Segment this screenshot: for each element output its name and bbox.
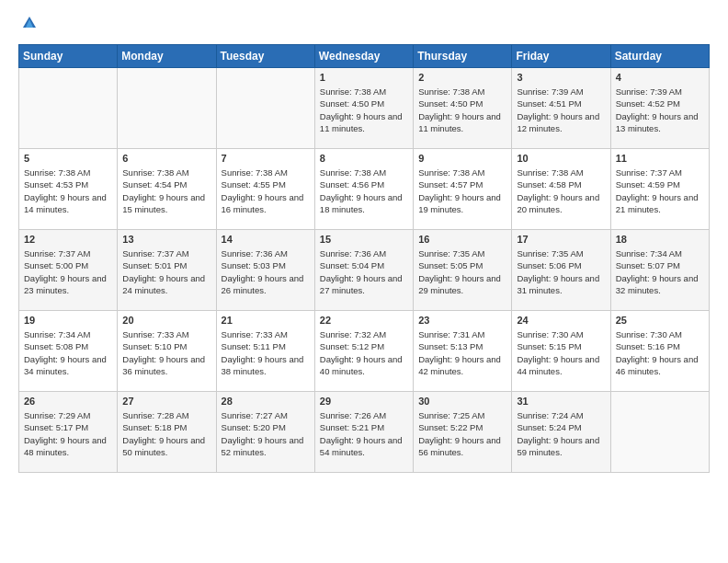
day-info: Sunrise: 7:26 AMSunset: 5:21 PMDaylight:…	[320, 409, 408, 458]
day-info: Sunrise: 7:25 AMSunset: 5:22 PMDaylight:…	[418, 409, 506, 458]
day-cell	[19, 68, 118, 149]
day-number: 26	[24, 396, 112, 407]
day-info: Sunrise: 7:37 AMSunset: 5:00 PMDaylight:…	[24, 247, 112, 296]
day-number: 3	[517, 72, 605, 83]
week-row-1: 1Sunrise: 7:38 AMSunset: 4:50 PMDaylight…	[19, 68, 710, 149]
day-number: 30	[418, 396, 506, 407]
day-info: Sunrise: 7:38 AMSunset: 4:50 PMDaylight:…	[320, 86, 408, 134]
day-number: 4	[616, 72, 704, 83]
day-cell: 6Sunrise: 7:38 AMSunset: 4:54 PMDaylight…	[118, 149, 216, 230]
day-cell: 24Sunrise: 7:30 AMSunset: 5:15 PMDayligh…	[512, 311, 610, 392]
day-info: Sunrise: 7:38 AMSunset: 4:55 PMDaylight:…	[222, 167, 310, 215]
day-info: Sunrise: 7:27 AMSunset: 5:20 PMDaylight:…	[222, 409, 310, 458]
day-info: Sunrise: 7:34 AMSunset: 5:07 PMDaylight:…	[616, 247, 704, 296]
day-number: 19	[24, 315, 112, 326]
day-info: Sunrise: 7:38 AMSunset: 4:50 PMDaylight:…	[418, 86, 506, 134]
day-cell: 21Sunrise: 7:33 AMSunset: 5:11 PMDayligh…	[216, 311, 314, 392]
day-info: Sunrise: 7:38 AMSunset: 4:53 PMDaylight:…	[24, 167, 112, 215]
day-number: 21	[222, 315, 310, 326]
week-row-2: 5Sunrise: 7:38 AMSunset: 4:53 PMDaylight…	[19, 149, 710, 230]
day-number: 6	[122, 153, 210, 164]
logo-flag-icon	[21, 15, 38, 33]
day-info: Sunrise: 7:33 AMSunset: 5:10 PMDaylight:…	[122, 328, 210, 377]
day-number: 23	[418, 315, 506, 326]
day-info: Sunrise: 7:36 AMSunset: 5:04 PMDaylight:…	[320, 247, 408, 296]
weekday-header-sunday: Sunday	[19, 45, 118, 68]
day-cell: 8Sunrise: 7:38 AMSunset: 4:56 PMDaylight…	[314, 149, 413, 230]
day-number: 16	[418, 234, 506, 245]
day-info: Sunrise: 7:38 AMSunset: 4:56 PMDaylight:…	[320, 167, 408, 215]
day-number: 28	[222, 396, 310, 407]
day-cell: 18Sunrise: 7:34 AMSunset: 5:07 PMDayligh…	[610, 230, 709, 311]
day-info: Sunrise: 7:29 AMSunset: 5:17 PMDaylight:…	[24, 409, 112, 458]
day-info: Sunrise: 7:39 AMSunset: 4:51 PMDaylight:…	[517, 86, 605, 134]
day-number: 31	[517, 396, 605, 407]
day-cell: 25Sunrise: 7:30 AMSunset: 5:16 PMDayligh…	[610, 311, 709, 392]
day-info: Sunrise: 7:37 AMSunset: 5:01 PMDaylight:…	[122, 247, 210, 296]
day-cell	[118, 68, 216, 149]
day-cell: 20Sunrise: 7:33 AMSunset: 5:10 PMDayligh…	[118, 311, 216, 392]
day-cell: 13Sunrise: 7:37 AMSunset: 5:01 PMDayligh…	[118, 230, 216, 311]
day-info: Sunrise: 7:30 AMSunset: 5:15 PMDaylight:…	[517, 328, 605, 377]
day-cell: 17Sunrise: 7:35 AMSunset: 5:06 PMDayligh…	[512, 230, 610, 311]
day-number: 8	[320, 153, 408, 164]
day-cell: 30Sunrise: 7:25 AMSunset: 5:22 PMDayligh…	[414, 392, 512, 473]
day-cell: 12Sunrise: 7:37 AMSunset: 5:00 PMDayligh…	[19, 230, 118, 311]
day-cell: 2Sunrise: 7:38 AMSunset: 4:50 PMDaylight…	[414, 68, 512, 149]
logo	[18, 15, 38, 35]
weekday-header-friday: Friday	[512, 45, 610, 68]
day-number: 17	[517, 234, 605, 245]
day-number: 13	[122, 234, 210, 245]
day-info: Sunrise: 7:37 AMSunset: 4:59 PMDaylight:…	[616, 167, 704, 215]
weekday-header-wednesday: Wednesday	[314, 45, 413, 68]
day-cell: 23Sunrise: 7:31 AMSunset: 5:13 PMDayligh…	[414, 311, 512, 392]
day-info: Sunrise: 7:38 AMSunset: 4:57 PMDaylight:…	[418, 167, 506, 215]
day-number: 12	[24, 234, 112, 245]
weekday-header-row: SundayMondayTuesdayWednesdayThursdayFrid…	[19, 45, 710, 68]
weekday-header-tuesday: Tuesday	[216, 45, 314, 68]
weekday-header-thursday: Thursday	[414, 45, 512, 68]
calendar-table: SundayMondayTuesdayWednesdayThursdayFrid…	[18, 44, 710, 473]
day-info: Sunrise: 7:35 AMSunset: 5:06 PMDaylight:…	[517, 247, 605, 296]
day-cell: 1Sunrise: 7:38 AMSunset: 4:50 PMDaylight…	[314, 68, 413, 149]
day-cell: 22Sunrise: 7:32 AMSunset: 5:12 PMDayligh…	[314, 311, 413, 392]
day-info: Sunrise: 7:30 AMSunset: 5:16 PMDaylight:…	[616, 328, 704, 377]
day-number: 5	[24, 153, 112, 164]
day-cell: 10Sunrise: 7:38 AMSunset: 4:58 PMDayligh…	[512, 149, 610, 230]
day-cell: 15Sunrise: 7:36 AMSunset: 5:04 PMDayligh…	[314, 230, 413, 311]
day-number: 24	[517, 315, 605, 326]
day-cell: 7Sunrise: 7:38 AMSunset: 4:55 PMDaylight…	[216, 149, 314, 230]
day-number: 15	[320, 234, 408, 245]
day-cell: 28Sunrise: 7:27 AMSunset: 5:20 PMDayligh…	[216, 392, 314, 473]
weekday-header-saturday: Saturday	[610, 45, 709, 68]
day-info: Sunrise: 7:28 AMSunset: 5:18 PMDaylight:…	[122, 409, 210, 458]
day-cell	[610, 392, 709, 473]
day-cell: 3Sunrise: 7:39 AMSunset: 4:51 PMDaylight…	[512, 68, 610, 149]
weekday-header-monday: Monday	[118, 45, 216, 68]
day-number: 27	[122, 396, 210, 407]
day-info: Sunrise: 7:24 AMSunset: 5:24 PMDaylight:…	[517, 409, 605, 458]
day-cell: 14Sunrise: 7:36 AMSunset: 5:03 PMDayligh…	[216, 230, 314, 311]
day-info: Sunrise: 7:38 AMSunset: 4:54 PMDaylight:…	[122, 167, 210, 215]
day-number: 7	[222, 153, 310, 164]
day-info: Sunrise: 7:35 AMSunset: 5:05 PMDaylight:…	[418, 247, 506, 296]
day-number: 29	[320, 396, 408, 407]
day-cell: 5Sunrise: 7:38 AMSunset: 4:53 PMDaylight…	[19, 149, 118, 230]
day-number: 10	[517, 153, 605, 164]
day-info: Sunrise: 7:33 AMSunset: 5:11 PMDaylight:…	[222, 328, 310, 377]
day-number: 9	[418, 153, 506, 164]
day-cell: 26Sunrise: 7:29 AMSunset: 5:17 PMDayligh…	[19, 392, 118, 473]
day-info: Sunrise: 7:36 AMSunset: 5:03 PMDaylight:…	[222, 247, 310, 296]
day-cell: 4Sunrise: 7:39 AMSunset: 4:52 PMDaylight…	[610, 68, 709, 149]
day-cell: 29Sunrise: 7:26 AMSunset: 5:21 PMDayligh…	[314, 392, 413, 473]
day-number: 1	[320, 72, 408, 83]
day-cell: 27Sunrise: 7:28 AMSunset: 5:18 PMDayligh…	[118, 392, 216, 473]
day-cell: 9Sunrise: 7:38 AMSunset: 4:57 PMDaylight…	[414, 149, 512, 230]
page-header	[18, 15, 710, 35]
day-number: 14	[222, 234, 310, 245]
day-number: 11	[616, 153, 704, 164]
week-row-3: 12Sunrise: 7:37 AMSunset: 5:00 PMDayligh…	[19, 230, 710, 311]
day-cell: 11Sunrise: 7:37 AMSunset: 4:59 PMDayligh…	[610, 149, 709, 230]
day-number: 18	[616, 234, 704, 245]
day-number: 25	[616, 315, 704, 326]
